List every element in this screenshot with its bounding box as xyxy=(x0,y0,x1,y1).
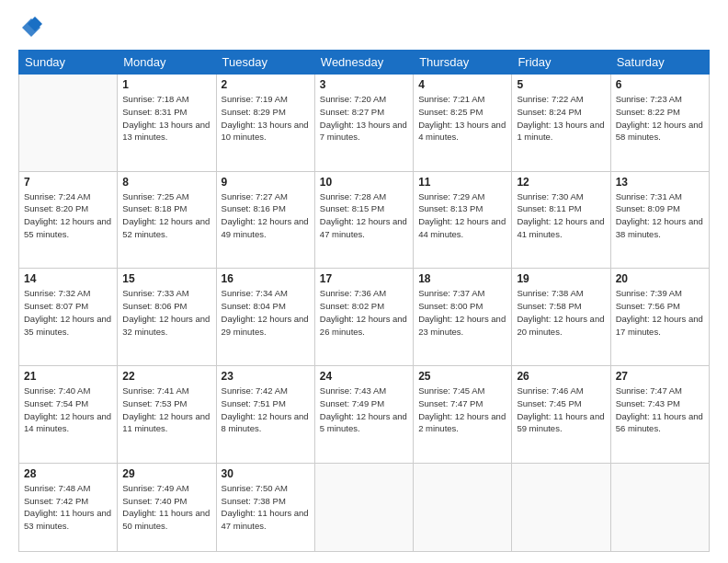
calendar-cell: 17Sunrise: 7:36 AMSunset: 8:02 PMDayligh… xyxy=(314,269,413,366)
day-header-monday: Monday xyxy=(118,51,216,75)
day-number: 21 xyxy=(24,370,112,383)
sun-info: Sunrise: 7:37 AMSunset: 8:00 PMDaylight:… xyxy=(418,287,506,338)
sun-info: Sunrise: 7:42 AMSunset: 7:51 PMDaylight:… xyxy=(222,385,310,435)
day-number: 25 xyxy=(418,370,506,383)
day-number: 26 xyxy=(517,370,605,383)
sun-info: Sunrise: 7:46 AMSunset: 7:45 PMDaylight:… xyxy=(517,385,605,435)
day-number: 1 xyxy=(122,78,210,91)
calendar-cell: 27Sunrise: 7:47 AMSunset: 7:43 PMDayligh… xyxy=(610,366,709,464)
calendar-cell: 20Sunrise: 7:39 AMSunset: 7:56 PMDayligh… xyxy=(610,269,709,366)
sun-info: Sunrise: 7:43 AMSunset: 7:49 PMDaylight:… xyxy=(320,385,408,435)
sun-info: Sunrise: 7:32 AMSunset: 8:07 PMDaylight:… xyxy=(24,287,112,338)
sun-info: Sunrise: 7:19 AMSunset: 8:29 PMDaylight:… xyxy=(222,93,310,144)
calendar-cell: 7Sunrise: 7:24 AMSunset: 8:20 PMDaylight… xyxy=(19,171,118,269)
logo-icon xyxy=(18,15,44,40)
day-number: 20 xyxy=(616,272,704,285)
calendar-week-row: 7Sunrise: 7:24 AMSunset: 8:20 PMDaylight… xyxy=(19,171,710,269)
day-number: 16 xyxy=(222,272,310,285)
day-number: 11 xyxy=(418,176,506,189)
sun-info: Sunrise: 7:29 AMSunset: 8:13 PMDaylight:… xyxy=(418,190,506,241)
day-number: 5 xyxy=(517,78,605,91)
calendar-cell: 15Sunrise: 7:33 AMSunset: 8:06 PMDayligh… xyxy=(118,269,216,366)
calendar-cell: 1Sunrise: 7:18 AMSunset: 8:31 PMDaylight… xyxy=(118,75,216,172)
sun-info: Sunrise: 7:30 AMSunset: 8:11 PMDaylight:… xyxy=(517,190,605,241)
calendar-cell: 24Sunrise: 7:43 AMSunset: 7:49 PMDayligh… xyxy=(314,366,413,464)
day-header-wednesday: Wednesday xyxy=(314,51,413,75)
calendar-cell: 3Sunrise: 7:20 AMSunset: 8:27 PMDaylight… xyxy=(314,75,413,172)
sun-info: Sunrise: 7:36 AMSunset: 8:02 PMDaylight:… xyxy=(320,287,408,338)
sun-info: Sunrise: 7:41 AMSunset: 7:53 PMDaylight:… xyxy=(122,385,210,435)
day-header-sunday: Sunday xyxy=(19,51,118,75)
calendar-page: SundayMondayTuesdayWednesdayThursdayFrid… xyxy=(0,0,728,563)
calendar-cell xyxy=(414,463,512,551)
calendar-cell: 18Sunrise: 7:37 AMSunset: 8:00 PMDayligh… xyxy=(414,269,512,366)
sun-info: Sunrise: 7:27 AMSunset: 8:16 PMDaylight:… xyxy=(222,190,310,241)
calendar-cell: 29Sunrise: 7:49 AMSunset: 7:40 PMDayligh… xyxy=(118,463,216,551)
day-header-saturday: Saturday xyxy=(610,51,709,75)
sun-info: Sunrise: 7:20 AMSunset: 8:27 PMDaylight:… xyxy=(320,93,408,144)
day-number: 9 xyxy=(222,176,310,189)
sun-info: Sunrise: 7:33 AMSunset: 8:06 PMDaylight:… xyxy=(122,287,210,338)
calendar-cell: 12Sunrise: 7:30 AMSunset: 8:11 PMDayligh… xyxy=(512,171,610,269)
sun-info: Sunrise: 7:21 AMSunset: 8:25 PMDaylight:… xyxy=(418,93,506,144)
day-number: 8 xyxy=(122,176,210,189)
sun-info: Sunrise: 7:48 AMSunset: 7:42 PMDaylight:… xyxy=(24,482,112,533)
sun-info: Sunrise: 7:38 AMSunset: 7:58 PMDaylight:… xyxy=(517,287,605,338)
day-number: 19 xyxy=(517,272,605,285)
sun-info: Sunrise: 7:50 AMSunset: 7:38 PMDaylight:… xyxy=(222,482,310,533)
sun-info: Sunrise: 7:40 AMSunset: 7:54 PMDaylight:… xyxy=(24,385,112,435)
calendar-cell: 16Sunrise: 7:34 AMSunset: 8:04 PMDayligh… xyxy=(216,269,314,366)
calendar-cell xyxy=(314,463,413,551)
day-number: 2 xyxy=(222,78,310,91)
sun-info: Sunrise: 7:28 AMSunset: 8:15 PMDaylight:… xyxy=(320,190,408,241)
calendar-cell: 22Sunrise: 7:41 AMSunset: 7:53 PMDayligh… xyxy=(118,366,216,464)
sun-info: Sunrise: 7:22 AMSunset: 8:24 PMDaylight:… xyxy=(517,93,605,144)
sun-info: Sunrise: 7:23 AMSunset: 8:22 PMDaylight:… xyxy=(616,93,704,144)
calendar-header-row: SundayMondayTuesdayWednesdayThursdayFrid… xyxy=(19,51,710,75)
day-number: 27 xyxy=(616,370,704,383)
calendar-cell: 9Sunrise: 7:27 AMSunset: 8:16 PMDaylight… xyxy=(216,171,314,269)
calendar-cell: 13Sunrise: 7:31 AMSunset: 8:09 PMDayligh… xyxy=(610,171,709,269)
calendar-cell: 8Sunrise: 7:25 AMSunset: 8:18 PMDaylight… xyxy=(118,171,216,269)
calendar-cell: 30Sunrise: 7:50 AMSunset: 7:38 PMDayligh… xyxy=(216,463,314,551)
day-header-tuesday: Tuesday xyxy=(216,51,314,75)
calendar-cell: 28Sunrise: 7:48 AMSunset: 7:42 PMDayligh… xyxy=(19,463,118,551)
sun-info: Sunrise: 7:47 AMSunset: 7:43 PMDaylight:… xyxy=(616,385,704,435)
day-number: 29 xyxy=(122,467,210,480)
day-number: 30 xyxy=(222,467,310,480)
sun-info: Sunrise: 7:24 AMSunset: 8:20 PMDaylight:… xyxy=(24,190,112,241)
calendar-cell: 19Sunrise: 7:38 AMSunset: 7:58 PMDayligh… xyxy=(512,269,610,366)
day-number: 15 xyxy=(122,272,210,285)
day-header-friday: Friday xyxy=(512,51,610,75)
calendar-cell: 5Sunrise: 7:22 AMSunset: 8:24 PMDaylight… xyxy=(512,75,610,172)
calendar-cell: 21Sunrise: 7:40 AMSunset: 7:54 PMDayligh… xyxy=(19,366,118,464)
sun-info: Sunrise: 7:25 AMSunset: 8:18 PMDaylight:… xyxy=(122,190,210,241)
day-number: 10 xyxy=(320,176,408,189)
day-number: 24 xyxy=(320,370,408,383)
sun-info: Sunrise: 7:31 AMSunset: 8:09 PMDaylight:… xyxy=(616,190,704,241)
sun-info: Sunrise: 7:49 AMSunset: 7:40 PMDaylight:… xyxy=(122,482,210,533)
day-number: 6 xyxy=(616,78,704,91)
header xyxy=(18,15,710,40)
calendar-week-row: 28Sunrise: 7:48 AMSunset: 7:42 PMDayligh… xyxy=(19,463,710,551)
calendar-week-row: 21Sunrise: 7:40 AMSunset: 7:54 PMDayligh… xyxy=(19,366,710,464)
day-number: 7 xyxy=(24,176,112,189)
calendar-cell: 6Sunrise: 7:23 AMSunset: 8:22 PMDaylight… xyxy=(610,75,709,172)
day-number: 13 xyxy=(616,176,704,189)
day-number: 12 xyxy=(517,176,605,189)
sun-info: Sunrise: 7:34 AMSunset: 8:04 PMDaylight:… xyxy=(222,287,310,338)
day-number: 14 xyxy=(24,272,112,285)
day-number: 3 xyxy=(320,78,408,91)
calendar-cell: 23Sunrise: 7:42 AMSunset: 7:51 PMDayligh… xyxy=(216,366,314,464)
day-number: 18 xyxy=(418,272,506,285)
calendar-cell xyxy=(512,463,610,551)
calendar-cell: 25Sunrise: 7:45 AMSunset: 7:47 PMDayligh… xyxy=(414,366,512,464)
sun-info: Sunrise: 7:45 AMSunset: 7:47 PMDaylight:… xyxy=(418,385,506,435)
calendar-cell: 10Sunrise: 7:28 AMSunset: 8:15 PMDayligh… xyxy=(314,171,413,269)
calendar-cell: 14Sunrise: 7:32 AMSunset: 8:07 PMDayligh… xyxy=(19,269,118,366)
calendar-cell: 4Sunrise: 7:21 AMSunset: 8:25 PMDaylight… xyxy=(414,75,512,172)
calendar-week-row: 1Sunrise: 7:18 AMSunset: 8:31 PMDaylight… xyxy=(19,75,710,172)
day-number: 4 xyxy=(418,78,506,91)
logo xyxy=(18,15,48,40)
calendar-cell: 26Sunrise: 7:46 AMSunset: 7:45 PMDayligh… xyxy=(512,366,610,464)
